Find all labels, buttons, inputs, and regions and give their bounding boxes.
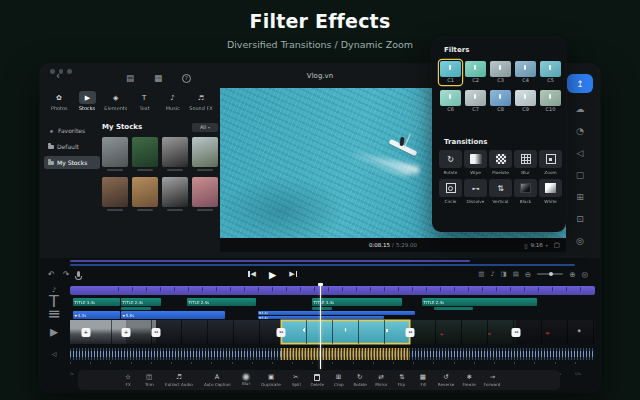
track-toggle-icon[interactable]: ◨: [501, 270, 507, 278]
video-clip[interactable]: [410, 320, 516, 344]
transition-item[interactable]: Blur: [514, 150, 537, 176]
rail-tool-button[interactable]: ◁: [569, 144, 591, 162]
action-button[interactable]: ↺ Reverse: [436, 373, 456, 387]
music-track-clip[interactable]: BARCELONA 5:00: [70, 286, 595, 295]
rail-tool-button[interactable]: ☁: [569, 100, 591, 118]
transition-button[interactable]: ►◄: [464, 179, 487, 197]
stock-thumbnail[interactable]: [102, 137, 128, 167]
transition-item[interactable]: White: [539, 179, 562, 205]
caption-segment[interactable]: 4.3s: [73, 311, 120, 319]
action-button[interactable]: ◫ Trim: [141, 373, 157, 387]
transition-button[interactable]: ⇅: [489, 179, 512, 197]
rail-tool-button[interactable]: ↥: [567, 74, 593, 93]
next-frame-button[interactable]: ▶: [289, 270, 297, 278]
previous-frame-button[interactable]: ◀: [248, 270, 256, 278]
stock-thumbnail[interactable]: [132, 137, 158, 167]
media-tab[interactable]: ◈ Elements: [102, 88, 130, 120]
transition-item[interactable]: Pixelate: [489, 150, 512, 176]
filter-item[interactable]: C2: [464, 60, 487, 85]
transition-marker[interactable]: +: [81, 328, 90, 337]
zoom-slider-handle[interactable]: [549, 272, 553, 276]
timeline-zoom-slider[interactable]: [537, 273, 563, 275]
titlebar-icon[interactable]: ▤: [126, 73, 134, 83]
track-head-icon[interactable]: ≡: [40, 310, 68, 318]
caption-segment[interactable]: 5.8s: [121, 311, 225, 319]
title-segment[interactable]: TITLE 2.4s: [121, 298, 161, 306]
stock-thumbnail[interactable]: [162, 137, 188, 167]
timeline-tool-icon[interactable]: [77, 271, 80, 277]
transition-item[interactable]: ↻ Rotate: [439, 150, 462, 176]
stock-thumbnail[interactable]: [192, 177, 218, 207]
transition-marker[interactable]: +: [122, 328, 131, 337]
stock-item[interactable]: [102, 137, 128, 171]
transition-button[interactable]: ↻: [439, 150, 462, 168]
playhead[interactable]: [320, 283, 321, 369]
stock-item[interactable]: [132, 137, 158, 171]
title-mini-segment[interactable]: [121, 307, 151, 310]
stocks-filter-dropdown[interactable]: All ▾: [192, 123, 218, 132]
action-button[interactable]: ⇅ Flip: [394, 373, 410, 387]
chevron-down-icon[interactable]: ▾: [546, 243, 548, 248]
transition-item[interactable]: Circle: [439, 179, 462, 205]
filter-item[interactable]: C5: [539, 60, 562, 85]
video-clip[interactable]: [516, 320, 595, 344]
fullscreen-icon[interactable]: ▢: [554, 241, 560, 249]
rail-tool-button[interactable]: ▢: [569, 166, 591, 184]
track-head-icon[interactable]: ◁: [40, 349, 68, 359]
title-mini-segment[interactable]: [434, 307, 472, 310]
timeline-tool-icon[interactable]: ↷: [63, 270, 70, 279]
track-toggle-icon[interactable]: ♪: [490, 270, 494, 278]
close-button[interactable]: [50, 69, 55, 74]
action-button[interactable]: ❄ Freeze: [461, 373, 477, 387]
transition-button[interactable]: [514, 150, 537, 168]
rail-tool-button[interactable]: ⊞: [569, 188, 591, 206]
sidebar-item[interactable]: ★ Favorites: [44, 124, 100, 137]
titlebar-icon[interactable]: ▦: [154, 73, 162, 83]
transition-button[interactable]: [514, 179, 537, 197]
transition-button[interactable]: [464, 150, 487, 168]
filter-item[interactable]: C6: [439, 89, 462, 114]
action-button[interactable]: ⊞ Crop: [331, 373, 347, 387]
zoom-button[interactable]: [67, 69, 72, 74]
action-button[interactable]: Delete: [309, 374, 325, 387]
action-button[interactable]: ↻ Rotate: [352, 373, 368, 387]
transition-marker[interactable]: ▸◂: [406, 328, 415, 337]
media-tab[interactable]: ♬ Sound FX: [187, 88, 215, 120]
track-head-icon[interactable]: ▸: [40, 328, 68, 336]
stock-thumbnail[interactable]: [132, 177, 158, 207]
filter-item[interactable]: C8: [489, 89, 512, 114]
fit-timeline-icon[interactable]: ◎: [581, 270, 588, 279]
transition-button[interactable]: [539, 150, 562, 168]
rail-tool-button[interactable]: ◎: [569, 232, 591, 250]
transition-item[interactable]: ►◄ Dissolve: [464, 179, 487, 205]
window-controls[interactable]: [50, 69, 72, 74]
media-tab[interactable]: ▶ Stocks: [73, 88, 101, 120]
action-button[interactable]: → Forward: [482, 373, 502, 387]
transition-button[interactable]: [439, 179, 462, 197]
stock-item[interactable]: [102, 177, 128, 211]
stock-item[interactable]: [132, 177, 158, 211]
transition-item[interactable]: ⇅ Vertical: [489, 179, 512, 205]
video-clip[interactable]: [156, 320, 281, 344]
titlebar-icon[interactable]: ?: [182, 74, 191, 83]
play-button[interactable]: ▶: [269, 269, 276, 280]
timeline-tool-icon[interactable]: ↶: [48, 270, 55, 279]
transition-item[interactable]: Wipe: [464, 150, 487, 176]
filter-item[interactable]: C9: [514, 89, 537, 114]
title-segment[interactable]: TITLE 3.4s: [73, 298, 120, 306]
sidebar-item[interactable]: My Stocks: [44, 156, 100, 169]
track-toggle-icon[interactable]: ▤: [513, 270, 519, 278]
action-button[interactable]: ▣ Duplicate: [259, 373, 283, 387]
action-button[interactable]: A Auto Caption: [201, 373, 234, 387]
media-tab[interactable]: ♪ Music: [159, 88, 187, 120]
sidebar-item[interactable]: Default: [44, 140, 100, 153]
transition-button[interactable]: [489, 150, 512, 168]
title-mini-segment[interactable]: [312, 307, 332, 310]
video-clip[interactable]: [281, 320, 410, 344]
stock-thumbnail[interactable]: [162, 177, 188, 207]
action-button[interactable]: Blur: [238, 374, 254, 386]
zoom-in-icon[interactable]: ⊕: [569, 270, 575, 279]
video-clip[interactable]: [86, 320, 126, 344]
titlebar-icon[interactable]: ‹: [56, 71, 60, 81]
stock-thumbnail[interactable]: [102, 177, 128, 207]
